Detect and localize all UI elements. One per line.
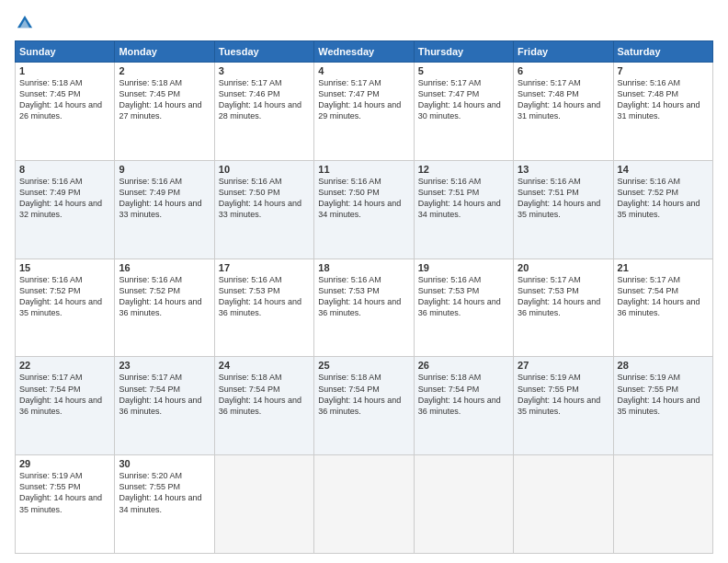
- calendar-day-cell: [214, 455, 313, 554]
- calendar-weekday-monday: Monday: [115, 41, 214, 63]
- calendar-day-cell: 10Sunrise: 5:16 AMSunset: 7:50 PMDayligh…: [214, 160, 313, 259]
- calendar-table: SundayMondayTuesdayWednesdayThursdayFrid…: [15, 40, 713, 554]
- header: [15, 13, 713, 33]
- logo: [15, 13, 39, 33]
- calendar-day-cell: 8Sunrise: 5:16 AMSunset: 7:49 PMDaylight…: [16, 160, 115, 259]
- calendar-day-cell: 20Sunrise: 5:17 AMSunset: 7:53 PMDayligh…: [514, 259, 613, 357]
- calendar-day-cell: [414, 455, 513, 554]
- calendar-day-cell: 9Sunrise: 5:16 AMSunset: 7:49 PMDaylight…: [115, 160, 214, 259]
- calendar-header-row: SundayMondayTuesdayWednesdayThursdayFrid…: [16, 41, 713, 63]
- calendar-day-cell: 22Sunrise: 5:17 AMSunset: 7:54 PMDayligh…: [16, 357, 115, 455]
- calendar-week-row: 22Sunrise: 5:17 AMSunset: 7:54 PMDayligh…: [16, 357, 713, 455]
- calendar-weekday-thursday: Thursday: [414, 41, 513, 63]
- calendar-day-cell: 16Sunrise: 5:16 AMSunset: 7:52 PMDayligh…: [115, 259, 214, 357]
- calendar-weekday-wednesday: Wednesday: [314, 41, 414, 63]
- calendar-week-row: 8Sunrise: 5:16 AMSunset: 7:49 PMDaylight…: [16, 160, 713, 259]
- calendar-day-cell: 26Sunrise: 5:18 AMSunset: 7:54 PMDayligh…: [414, 357, 513, 455]
- calendar-day-cell: 25Sunrise: 5:18 AMSunset: 7:54 PMDayligh…: [314, 357, 414, 455]
- calendar-day-cell: 15Sunrise: 5:16 AMSunset: 7:52 PMDayligh…: [16, 259, 115, 357]
- calendar-day-cell: 12Sunrise: 5:16 AMSunset: 7:51 PMDayligh…: [414, 160, 513, 259]
- calendar-day-cell: 19Sunrise: 5:16 AMSunset: 7:53 PMDayligh…: [414, 259, 513, 357]
- calendar-day-cell: 28Sunrise: 5:19 AMSunset: 7:55 PMDayligh…: [613, 357, 712, 455]
- calendar-day-cell: 13Sunrise: 5:16 AMSunset: 7:51 PMDayligh…: [514, 160, 613, 259]
- logo-icon: [15, 13, 35, 33]
- calendar-day-cell: 2Sunrise: 5:18 AMSunset: 7:45 PMDaylight…: [115, 63, 214, 161]
- calendar-day-cell: 3Sunrise: 5:17 AMSunset: 7:46 PMDaylight…: [214, 63, 313, 161]
- calendar-day-cell: [314, 455, 414, 554]
- calendar-day-cell: 21Sunrise: 5:17 AMSunset: 7:54 PMDayligh…: [613, 259, 712, 357]
- calendar-day-cell: 29Sunrise: 5:19 AMSunset: 7:55 PMDayligh…: [16, 455, 115, 554]
- calendar-week-row: 1Sunrise: 5:18 AMSunset: 7:45 PMDaylight…: [16, 63, 713, 161]
- calendar-week-row: 29Sunrise: 5:19 AMSunset: 7:55 PMDayligh…: [16, 455, 713, 554]
- calendar-day-cell: 17Sunrise: 5:16 AMSunset: 7:53 PMDayligh…: [214, 259, 313, 357]
- calendar-day-cell: 24Sunrise: 5:18 AMSunset: 7:54 PMDayligh…: [214, 357, 313, 455]
- calendar-day-cell: 14Sunrise: 5:16 AMSunset: 7:52 PMDayligh…: [613, 160, 712, 259]
- calendar-day-cell: [613, 455, 712, 554]
- calendar-day-cell: 6Sunrise: 5:17 AMSunset: 7:48 PMDaylight…: [514, 63, 613, 161]
- calendar-day-cell: 23Sunrise: 5:17 AMSunset: 7:54 PMDayligh…: [115, 357, 214, 455]
- calendar-weekday-sunday: Sunday: [16, 41, 115, 63]
- calendar-day-cell: 7Sunrise: 5:16 AMSunset: 7:48 PMDaylight…: [613, 63, 712, 161]
- calendar-weekday-tuesday: Tuesday: [214, 41, 313, 63]
- calendar-weekday-friday: Friday: [514, 41, 613, 63]
- calendar-day-cell: 1Sunrise: 5:18 AMSunset: 7:45 PMDaylight…: [16, 63, 115, 161]
- calendar-weekday-saturday: Saturday: [613, 41, 712, 63]
- calendar-day-cell: 27Sunrise: 5:19 AMSunset: 7:55 PMDayligh…: [514, 357, 613, 455]
- calendar-day-cell: [514, 455, 613, 554]
- calendar-day-cell: 11Sunrise: 5:16 AMSunset: 7:50 PMDayligh…: [314, 160, 414, 259]
- calendar-week-row: 15Sunrise: 5:16 AMSunset: 7:52 PMDayligh…: [16, 259, 713, 357]
- calendar-day-cell: 18Sunrise: 5:16 AMSunset: 7:53 PMDayligh…: [314, 259, 414, 357]
- page: SundayMondayTuesdayWednesdayThursdayFrid…: [0, 0, 728, 563]
- calendar-day-cell: 4Sunrise: 5:17 AMSunset: 7:47 PMDaylight…: [314, 63, 414, 161]
- calendar-day-cell: 30Sunrise: 5:20 AMSunset: 7:55 PMDayligh…: [115, 455, 214, 554]
- calendar-day-cell: 5Sunrise: 5:17 AMSunset: 7:47 PMDaylight…: [414, 63, 513, 161]
